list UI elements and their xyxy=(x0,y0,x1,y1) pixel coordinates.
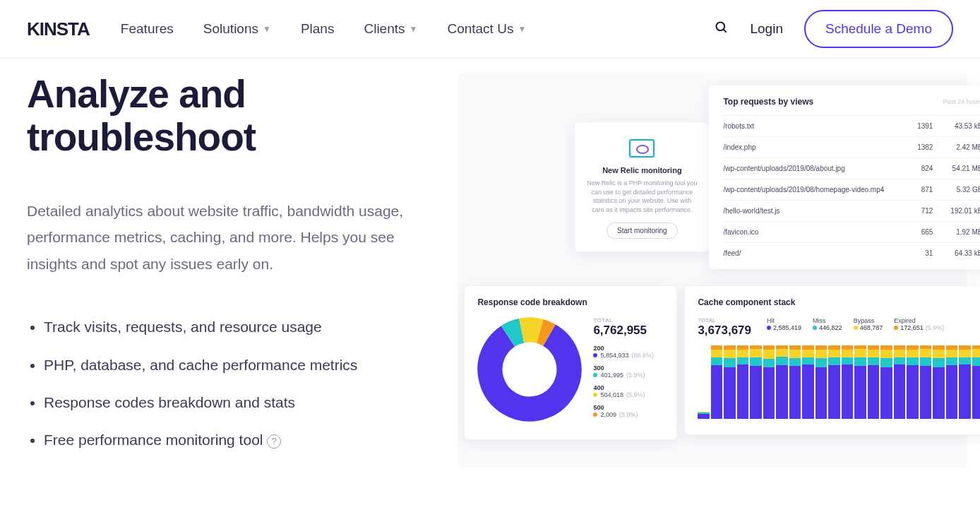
bar-segment xyxy=(828,365,840,419)
bar-segment xyxy=(776,365,788,419)
search-icon[interactable] xyxy=(715,20,729,38)
nav-label: Solutions xyxy=(203,21,258,37)
bar xyxy=(815,345,827,419)
stat-row: 300401,995 (5.9%) xyxy=(593,364,654,379)
bar-segment xyxy=(828,350,840,357)
request-size: 2.42 MB xyxy=(933,143,980,151)
chevron-down-icon: ▼ xyxy=(263,24,271,34)
logo[interactable]: KINSTA xyxy=(27,18,90,40)
stat-value: 504,018 xyxy=(600,391,623,398)
help-icon[interactable]: ? xyxy=(267,434,281,449)
total-label: TOTAL xyxy=(593,317,654,324)
bar xyxy=(802,345,814,419)
color-dot xyxy=(767,326,771,330)
nav-menu: Features Solutions▼ Plans Clients▼ Conta… xyxy=(121,21,526,37)
request-rows: /robots.txt139143.53 kB/index.php13822.4… xyxy=(723,115,980,263)
stat-pct: (5.9%) xyxy=(626,372,645,379)
status-code: 300 xyxy=(593,364,654,372)
request-size: 43.53 kB xyxy=(933,122,980,130)
main-nav: KINSTA Features Solutions▼ Plans Clients… xyxy=(0,0,980,59)
bar xyxy=(880,345,892,419)
color-dot xyxy=(593,393,597,397)
bar-segment xyxy=(854,357,866,367)
main-section: Analyze and troubleshoot Detailed analyt… xyxy=(0,59,980,517)
cache-component-card: Cache component stack TOTAL 3,673,679 Hi… xyxy=(685,286,980,434)
nav-left: KINSTA Features Solutions▼ Plans Clients… xyxy=(27,18,526,40)
bar-segment xyxy=(724,358,736,367)
bar-segment xyxy=(737,357,749,365)
bar-segment xyxy=(842,364,854,419)
bar-segment xyxy=(802,364,814,419)
bar xyxy=(868,345,880,419)
bar-segment xyxy=(946,365,958,419)
nav-right: Login Schedule a Demo xyxy=(715,10,953,48)
nav-item-solutions[interactable]: Solutions▼ xyxy=(203,21,271,37)
request-path: /hello-world/test.js xyxy=(723,207,899,215)
start-monitoring-button[interactable]: Start monitoring xyxy=(606,223,678,239)
feature-item: Free performance monitoring tool? xyxy=(44,429,422,450)
cache-bar-chart xyxy=(698,345,980,419)
bar-segment xyxy=(880,350,892,358)
login-link[interactable]: Login xyxy=(750,21,783,37)
request-path: /robots.txt xyxy=(723,122,899,130)
bar-segment xyxy=(750,357,762,367)
bar xyxy=(854,345,866,419)
schedule-demo-button[interactable]: Schedule a Demo xyxy=(804,10,953,48)
bar-segment xyxy=(737,350,749,357)
total-value: 6,762,955 xyxy=(593,324,654,338)
bar-segment xyxy=(724,350,736,358)
bar-segment xyxy=(894,357,906,365)
table-row: /wp-content/uploads/2019/08/about.jpg824… xyxy=(723,158,980,179)
request-size: 64.33 kB xyxy=(933,249,980,257)
bar xyxy=(737,345,749,419)
bar-segment xyxy=(763,367,775,420)
request-views: 665 xyxy=(899,228,933,236)
feature-text: Free performance monitoring tool xyxy=(44,432,263,448)
nav-label: Contact Us xyxy=(447,21,513,37)
bar-segment xyxy=(959,350,971,357)
legend-value: 446,822 xyxy=(819,324,842,331)
bar-segment xyxy=(698,414,710,419)
bar-segment xyxy=(854,366,866,419)
top-requests-card: Top requests by views Past 24 hours /rob… xyxy=(709,85,980,269)
request-size: 5.32 GB xyxy=(933,186,980,194)
bar-segment xyxy=(868,350,880,357)
hero-content: Analyze and troubleshoot Detailed analyt… xyxy=(27,73,443,468)
bar-segment xyxy=(933,358,945,367)
nav-item-contact[interactable]: Contact Us▼ xyxy=(447,21,526,37)
nav-item-plans[interactable]: Plans xyxy=(301,21,335,37)
request-path: /index.php xyxy=(723,143,899,151)
stat-value: 401,995 xyxy=(600,372,623,379)
bar xyxy=(972,345,980,419)
legend-item: Bypass468,787 xyxy=(854,317,883,331)
bar-segment xyxy=(763,350,775,359)
bar-segment xyxy=(972,357,980,367)
bar-segment xyxy=(842,350,854,357)
page-description: Detailed analytics about website traffic… xyxy=(27,198,422,277)
request-views: 1382 xyxy=(899,143,933,151)
bar-segment xyxy=(907,357,919,366)
color-dot xyxy=(593,373,597,377)
legend-item: Expired172,651 (5.9%) xyxy=(894,317,944,331)
legend-value: 172,651 xyxy=(900,324,924,331)
bar-segment xyxy=(724,367,736,420)
legend-item: Miss446,822 xyxy=(813,317,842,331)
nav-item-features[interactable]: Features xyxy=(121,21,174,37)
donut-chart xyxy=(477,317,582,422)
nav-item-clients[interactable]: Clients▼ xyxy=(364,21,417,37)
color-dot xyxy=(813,326,817,330)
stat-pct: (5.9%) xyxy=(619,411,638,418)
eye-icon xyxy=(629,139,655,158)
bar-segment xyxy=(972,349,980,357)
card-title: Cache component stack xyxy=(698,297,980,307)
bar-segment xyxy=(946,350,958,357)
response-stats: TOTAL 6,762,955 2005,854,933 (86.6%)3004… xyxy=(593,317,654,424)
bar-segment xyxy=(711,350,723,357)
bar-segment xyxy=(959,357,971,365)
request-path: /wp-content/uploads/2019/08/about.jpg xyxy=(723,165,899,172)
bar-segment xyxy=(907,350,919,357)
bar xyxy=(763,345,775,419)
bar-segment xyxy=(854,349,866,357)
bar xyxy=(711,345,723,419)
total-value: 3,673,679 xyxy=(698,324,751,338)
